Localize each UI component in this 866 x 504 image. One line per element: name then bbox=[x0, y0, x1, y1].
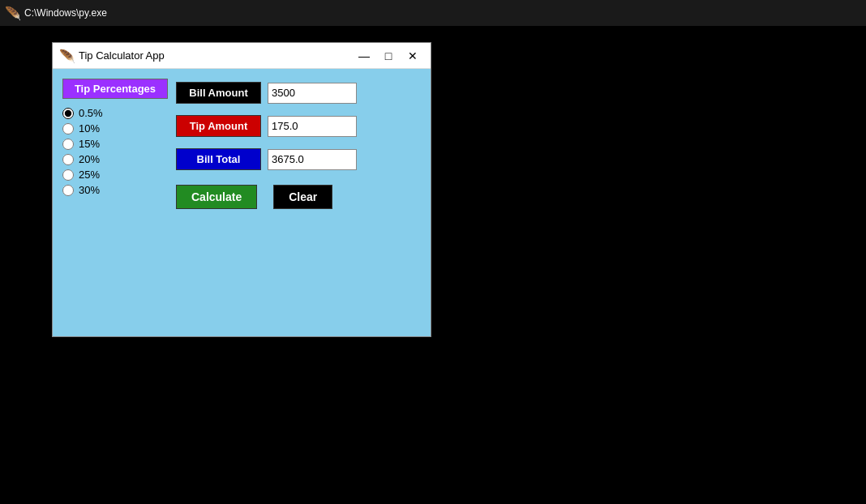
radio-label-20: 20% bbox=[79, 153, 100, 165]
bill-amount-input[interactable] bbox=[268, 83, 357, 104]
taskbar: 🪶 C:\Windows\py.exe bbox=[0, 0, 866, 26]
app-body: Tip Percentages 0.5% 10% 15% 20% bbox=[53, 69, 431, 336]
radio-item-0.5[interactable]: 0.5% bbox=[62, 107, 168, 119]
buttons-row: Calculate Clear bbox=[176, 185, 421, 209]
calculate-button[interactable]: Calculate bbox=[176, 185, 257, 209]
right-panel: Bill Amount Tip Amount Bill Total Calcul… bbox=[176, 79, 421, 327]
tip-amount-input[interactable] bbox=[268, 116, 357, 137]
close-button[interactable]: ✕ bbox=[401, 45, 424, 67]
maximize-button[interactable]: □ bbox=[377, 45, 400, 67]
bill-total-label: Bill Total bbox=[176, 148, 261, 170]
radio-label-30: 30% bbox=[79, 184, 100, 196]
radio-label-10: 10% bbox=[79, 122, 100, 135]
bill-total-input[interactable] bbox=[268, 149, 357, 170]
window-app-icon: 🪶 bbox=[59, 49, 74, 63]
window-title: Tip Calculator App bbox=[79, 49, 353, 62]
clear-button[interactable]: Clear bbox=[273, 185, 332, 209]
radio-item-30[interactable]: 30% bbox=[62, 184, 168, 196]
bill-total-row: Bill Total bbox=[176, 148, 421, 170]
radio-input-20[interactable] bbox=[62, 154, 74, 165]
bill-amount-label: Bill Amount bbox=[176, 82, 261, 104]
taskbar-app-icon: 🪶 bbox=[6, 6, 19, 19]
tip-amount-label: Tip Amount bbox=[176, 115, 261, 137]
radio-label-15: 15% bbox=[79, 138, 100, 150]
radio-input-25[interactable] bbox=[62, 169, 74, 181]
window-controls: — □ ✕ bbox=[353, 45, 424, 67]
left-panel: Tip Percentages 0.5% 10% 15% 20% bbox=[62, 79, 168, 327]
radio-input-15[interactable] bbox=[62, 139, 74, 150]
radio-input-0.5[interactable] bbox=[62, 108, 74, 119]
window-titlebar: 🪶 Tip Calculator App — □ ✕ bbox=[53, 43, 431, 69]
app-window: 🪶 Tip Calculator App — □ ✕ Tip Percentag… bbox=[52, 42, 431, 337]
minimize-button[interactable]: — bbox=[353, 45, 375, 67]
radio-label-0.5: 0.5% bbox=[79, 107, 103, 119]
radio-item-15[interactable]: 15% bbox=[62, 138, 168, 150]
radio-input-30[interactable] bbox=[62, 185, 74, 196]
radio-item-20[interactable]: 20% bbox=[62, 153, 168, 165]
tip-amount-row: Tip Amount bbox=[176, 115, 421, 137]
bill-amount-row: Bill Amount bbox=[176, 82, 421, 104]
radio-item-25[interactable]: 25% bbox=[62, 169, 168, 181]
tip-percentages-label: Tip Percentages bbox=[62, 79, 168, 99]
radio-group: 0.5% 10% 15% 20% 25% bbox=[62, 104, 168, 199]
radio-input-10[interactable] bbox=[62, 123, 74, 135]
radio-label-25: 25% bbox=[79, 169, 100, 181]
taskbar-title: C:\Windows\py.exe bbox=[24, 7, 107, 19]
radio-item-10[interactable]: 10% bbox=[62, 122, 168, 135]
